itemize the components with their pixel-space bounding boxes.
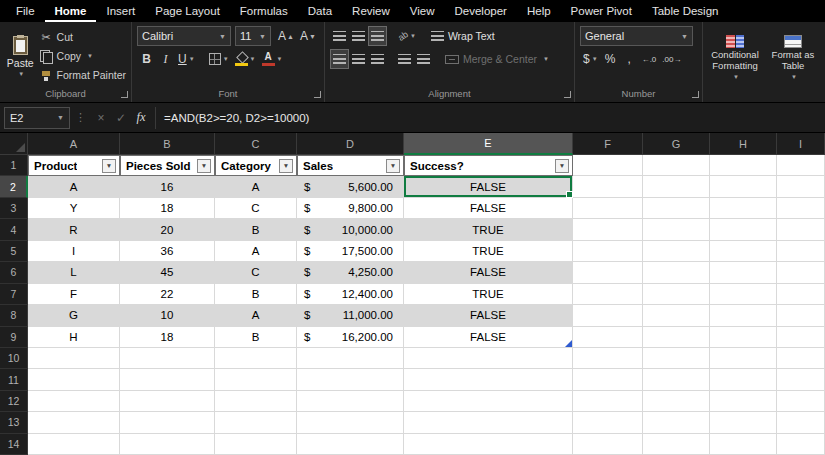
cell-A6[interactable]: L [28, 262, 120, 283]
cell-E14[interactable] [404, 434, 573, 455]
cell-I14[interactable] [777, 434, 825, 455]
cell-F12[interactable] [573, 391, 643, 412]
cell-D14[interactable] [297, 434, 404, 455]
row-header-10[interactable]: 10 [0, 348, 28, 369]
cell-B7[interactable]: 22 [120, 284, 215, 305]
align-top-button[interactable] [330, 26, 349, 46]
font-name-select[interactable]: Calibri ▼ [137, 26, 231, 46]
increase-decimal-button[interactable]: ←.0 [639, 49, 660, 69]
align-middle-button[interactable] [349, 26, 368, 46]
row-header-12[interactable]: 12 [0, 391, 28, 412]
cell-E1[interactable]: Success?▼ [404, 155, 573, 176]
column-header-C[interactable]: C [215, 133, 297, 155]
filter-dropdown-icon[interactable]: ▼ [386, 159, 400, 173]
cell-F7[interactable] [573, 284, 643, 305]
cell-I7[interactable] [777, 284, 825, 305]
cell-A3[interactable]: Y [28, 198, 120, 219]
cell-C12[interactable] [215, 391, 297, 412]
cell-G3[interactable] [643, 198, 710, 219]
cell-B14[interactable] [120, 434, 215, 455]
column-header-F[interactable]: F [573, 133, 643, 155]
format-painter-button[interactable]: Format Painter [40, 66, 126, 84]
cell-H4[interactable] [710, 219, 777, 240]
column-header-G[interactable]: G [643, 133, 710, 155]
cell-B4[interactable]: 20 [120, 219, 215, 240]
cell-H14[interactable] [710, 434, 777, 455]
cell-I12[interactable] [777, 391, 825, 412]
borders-button[interactable]: ▼ [206, 49, 232, 69]
filter-dropdown-icon[interactable]: ▼ [102, 159, 116, 173]
cell-G5[interactable] [643, 241, 710, 262]
cell-C2[interactable]: A [215, 176, 297, 197]
cell-F10[interactable] [573, 348, 643, 369]
cell-C6[interactable]: C [215, 262, 297, 283]
column-header-I[interactable]: I [777, 133, 825, 155]
cell-B1[interactable]: Pieces Sold▼ [120, 155, 215, 176]
cell-D13[interactable] [297, 412, 404, 433]
cell-D6[interactable]: $4,250.00 [297, 262, 404, 283]
cell-B8[interactable]: 10 [120, 305, 215, 326]
filter-dropdown-icon[interactable]: ▼ [555, 159, 569, 173]
increase-indent-button[interactable] [414, 49, 433, 69]
cell-D5[interactable]: $17,500.00 [297, 241, 404, 262]
font-size-select[interactable]: 11 ▼ [235, 26, 271, 46]
font-color-dropdown-icon[interactable]: ▼ [277, 56, 283, 62]
cell-B12[interactable] [120, 391, 215, 412]
cell-B11[interactable] [120, 369, 215, 390]
row-header-7[interactable]: 7 [0, 284, 28, 305]
cell-A9[interactable]: H [28, 327, 120, 348]
cell-A10[interactable] [28, 348, 120, 369]
row-header-13[interactable]: 13 [0, 412, 28, 433]
align-bottom-button[interactable] [368, 26, 387, 46]
cell-D9[interactable]: $16,200.00 [297, 327, 404, 348]
orientation-button[interactable]: ab ▼ [395, 26, 419, 46]
cell-G11[interactable] [643, 369, 710, 390]
cell-G1[interactable] [643, 155, 710, 176]
cell-B2[interactable]: 16 [120, 176, 215, 197]
column-header-B[interactable]: B [120, 133, 215, 155]
cell-H6[interactable] [710, 262, 777, 283]
tab-file[interactable]: File [6, 0, 45, 22]
cell-D1[interactable]: Sales▼ [297, 155, 404, 176]
clipboard-dialog-launcher-icon[interactable] [121, 91, 128, 98]
cell-D4[interactable]: $10,000.00 [297, 219, 404, 240]
row-header-9[interactable]: 9 [0, 327, 28, 348]
fill-color-dropdown-icon[interactable]: ▼ [250, 56, 256, 62]
cell-F14[interactable] [573, 434, 643, 455]
cell-C4[interactable]: B [215, 219, 297, 240]
cell-H2[interactable] [710, 176, 777, 197]
cell-E6[interactable]: FALSE [404, 262, 573, 283]
cell-C11[interactable] [215, 369, 297, 390]
cell-H10[interactable] [710, 348, 777, 369]
cell-E3[interactable]: FALSE [404, 198, 573, 219]
row-header-1[interactable]: 1 [0, 155, 28, 176]
cell-F13[interactable] [573, 412, 643, 433]
column-header-H[interactable]: H [710, 133, 777, 155]
conditional-formatting-button[interactable]: Conditional Formatting ▼ [708, 26, 762, 87]
cell-E4[interactable]: TRUE [404, 219, 573, 240]
cell-G14[interactable] [643, 434, 710, 455]
column-header-E[interactable]: E [404, 133, 573, 155]
insert-function-button[interactable]: fx [131, 107, 151, 129]
cell-G7[interactable] [643, 284, 710, 305]
tab-table-design[interactable]: Table Design [642, 0, 728, 22]
cell-G8[interactable] [643, 305, 710, 326]
cell-A13[interactable] [28, 412, 120, 433]
cell-B6[interactable]: 45 [120, 262, 215, 283]
cell-E5[interactable]: TRUE [404, 241, 573, 262]
cell-B5[interactable]: 36 [120, 241, 215, 262]
cell-F8[interactable] [573, 305, 643, 326]
cell-G13[interactable] [643, 412, 710, 433]
percent-style-button[interactable]: % [601, 49, 620, 69]
cell-B9[interactable]: 18 [120, 327, 215, 348]
cell-D7[interactable]: $12,400.00 [297, 284, 404, 305]
formula-bar-grip-icon[interactable]: ⋮ [70, 111, 91, 124]
decrease-decimal-button[interactable]: .00→ [659, 49, 684, 69]
cell-F6[interactable] [573, 262, 643, 283]
name-box[interactable]: E2 ▼ [4, 107, 70, 129]
cell-B3[interactable]: 18 [120, 198, 215, 219]
paste-dropdown-icon[interactable]: ▼ [18, 71, 24, 77]
cell-H11[interactable] [710, 369, 777, 390]
wrap-text-button[interactable]: Wrap Text [427, 26, 499, 46]
paste-button[interactable]: Paste ▼ [5, 26, 36, 87]
